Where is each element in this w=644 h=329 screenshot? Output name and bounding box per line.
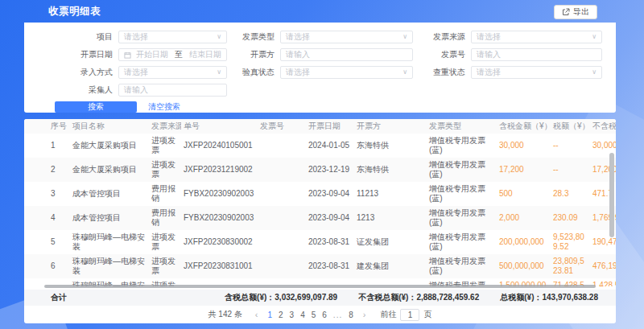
pagination-page-5[interactable]: 5 <box>308 310 320 319</box>
cell-tax: -- <box>551 158 590 182</box>
cell-date: 2024-01-05 <box>306 134 354 158</box>
cell-invoice_no <box>258 158 306 182</box>
invoice-type-label: 发票类型 <box>233 31 280 43</box>
goto-page-input[interactable] <box>400 309 419 321</box>
export-icon <box>562 8 570 16</box>
pagination-page-1[interactable]: 1 <box>264 310 275 319</box>
cell-date: 2023-08-31 <box>306 230 354 254</box>
project-label: 项目 <box>48 31 118 43</box>
pagination-next-button[interactable]: › <box>361 310 369 319</box>
column-header-invoice_no: 发票号 <box>258 119 306 134</box>
table-header-row: 序号项目名称发票来源单号发票号开票日期开票方发票类型含税金额（¥）税额（¥）不含… <box>24 119 616 134</box>
cell-source: 进项发票 <box>149 230 181 254</box>
pagination-pages: 123456...8 <box>264 310 356 319</box>
verify-status-select[interactable]: 请选择 ∨ <box>280 66 413 79</box>
cell-invoice_no <box>258 182 306 206</box>
cell-tax: 23,809,523.81 <box>551 254 590 278</box>
summary-incl-total: 含税总额(¥)：3,032,699,097.89 <box>225 292 337 303</box>
pagination-page-4[interactable]: 4 <box>297 310 308 319</box>
entry-method-placeholder: 请选择 <box>124 67 148 78</box>
column-header-seq: 序号 <box>24 119 70 134</box>
pagination-prev-button[interactable]: ‹ <box>253 310 261 319</box>
pagination-page-6[interactable]: 6 <box>319 310 330 319</box>
table-row[interactable]: 5珠穆朗玛峰—电梯安装进项发票JXFP202308300022023-08-31… <box>24 230 616 254</box>
table-row[interactable]: 3成本管控项目费用报销FYBX202309020032023-09-041121… <box>24 182 616 206</box>
export-button[interactable]: 导出 <box>554 5 597 19</box>
summary-tax-total: 总税额(¥)：143,970,638.28 <box>500 292 598 303</box>
cell-date: 2023-09-04 <box>306 182 354 206</box>
issuer-input[interactable]: 请输入 <box>280 48 413 61</box>
top-bar: 收票明细表 导出 <box>0 0 644 23</box>
chevron-down-icon: ∨ <box>402 34 407 40</box>
column-header-issuer: 开票方 <box>354 119 427 134</box>
cell-seq: 4 <box>24 206 70 230</box>
cell-order_no: FYBX20230902003 <box>181 206 258 230</box>
cell-tax: -- <box>551 134 590 158</box>
cell-source: 费用报销 <box>149 206 181 230</box>
cell-date: 2023-09-04 <box>306 206 354 230</box>
table-row[interactable]: 1金能大厦采购项目进项发票JXFP202401050012024-01-05东海… <box>24 134 616 158</box>
chevron-down-icon: ∨ <box>592 34 597 40</box>
calendar-icon <box>124 51 131 59</box>
cell-amount_incl: 17,200 <box>497 158 551 182</box>
horizontal-scrollbar[interactable] <box>44 285 596 288</box>
cell-date: 2023-08-31 <box>306 254 354 278</box>
cell-invoice_no <box>258 254 306 278</box>
invoice-type-select[interactable]: 请选择 ∨ <box>280 31 413 43</box>
issuer-placeholder: 请输入 <box>286 49 310 60</box>
pagination-page-2[interactable]: 2 <box>275 310 287 319</box>
pagination-page-3[interactable]: 3 <box>287 310 298 319</box>
dup-status-label: 查重状态 <box>421 67 471 78</box>
invoice-no-placeholder: 请输入 <box>477 49 501 60</box>
invoice-no-input[interactable]: 请输入 <box>471 48 602 61</box>
verify-status-placeholder: 请选择 <box>286 67 310 78</box>
verify-status-label: 验真状态 <box>233 67 280 78</box>
cell-amount_excl: 476,190,476.19 <box>590 254 616 278</box>
vertical-scrollbar[interactable] <box>609 153 614 237</box>
invoice-date-range-picker[interactable]: 开始日期 至 结束日期 <box>118 48 227 61</box>
dup-status-select[interactable]: 请选择 ∨ <box>471 66 602 79</box>
summary-row: 合计 含税总额(¥)：3,032,699,097.89 不含税总额(¥)：2,8… <box>24 290 616 306</box>
cell-project: 成本管控项目 <box>70 182 149 206</box>
column-header-project: 项目名称 <box>70 119 149 134</box>
cell-order_no: FYBX20230902003 <box>181 182 258 206</box>
cell-date: 2023-12-19 <box>306 158 354 182</box>
column-header-amount_excl: 不含税金额（¥） <box>590 119 616 134</box>
table-row[interactable]: 2金能大厦采购项目进项发票JXFP202312190022023-12-19东海… <box>24 158 616 182</box>
cell-tax: 230.09 <box>551 206 590 230</box>
cell-amount_incl: 500 <box>497 182 551 206</box>
collector-input[interactable]: 请输入 <box>118 84 227 97</box>
cell-seq: 6 <box>24 254 70 278</box>
cell-seq: 5 <box>24 230 70 254</box>
cell-amount_incl: 200,000,000 <box>497 230 551 254</box>
cell-type: 增值税专用发票(蓝) <box>427 182 497 206</box>
page-title: 收票明细表 <box>48 5 101 19</box>
table-viewport: 序号项目名称发票来源单号发票号开票日期开票方发票类型含税金额（¥）税额（¥）不含… <box>24 119 616 286</box>
cell-issuer: 证发集团 <box>354 230 427 254</box>
cell-project: 成本管控项目 <box>70 206 149 230</box>
chevron-down-icon: ∨ <box>217 69 221 76</box>
cell-source: 费用报销 <box>149 182 181 206</box>
cell-type: 增值税专用发票(蓝) <box>427 134 497 158</box>
table-row[interactable]: 6珠穆朗玛峰—电梯安装进项发票JXFP202308310012023-08-31… <box>24 254 616 278</box>
cell-type: 增值税专用发票(蓝) <box>427 206 497 230</box>
column-header-type: 发票类型 <box>427 119 497 134</box>
cell-amount_incl: 30,000 <box>497 134 551 158</box>
table-row[interactable]: 4成本管控项目费用报销FYBX202309020032023-09-041213… <box>24 206 616 230</box>
cell-source: 进项发票 <box>149 134 181 158</box>
invoice-source-label: 发票来源 <box>421 31 471 43</box>
cell-tax: 9,523,809.52 <box>551 230 590 254</box>
entry-method-label: 录入方式 <box>48 67 118 78</box>
column-header-source: 发票来源 <box>149 119 181 134</box>
entry-method-select[interactable]: 请选择 ∨ <box>118 66 227 79</box>
pagination-page-8[interactable]: 8 <box>345 310 357 319</box>
project-select[interactable]: 请选择 ∨ <box>118 31 227 43</box>
cell-project: 金能大厦采购项目 <box>70 158 149 182</box>
search-button[interactable]: 搜索 <box>55 101 137 113</box>
export-label: 导出 <box>573 6 589 18</box>
invoice-type-placeholder: 请选择 <box>286 31 310 43</box>
summary-label: 合计 <box>24 292 67 303</box>
cell-seq: 1 <box>24 134 70 158</box>
invoice-source-select[interactable]: 请选择 ∨ <box>471 31 602 43</box>
clear-search-button[interactable]: 清空搜索 <box>148 101 180 113</box>
